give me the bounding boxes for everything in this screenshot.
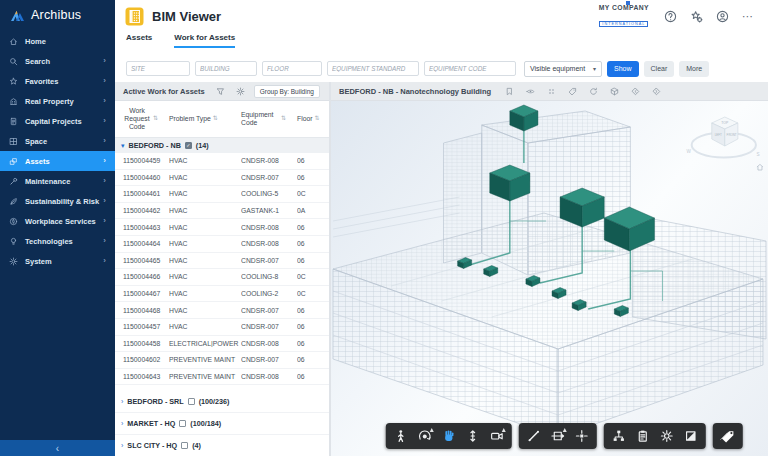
tab-assets[interactable]: Assets (126, 33, 152, 48)
refresh-icon[interactable] (589, 87, 598, 96)
viewer-bottom-toolbar (385, 423, 742, 449)
filter-input-site[interactable] (126, 61, 190, 76)
chevron-collapsed-icon: › (121, 398, 123, 405)
view-cube[interactable]: TOP LEFT FRONT W S (686, 117, 763, 170)
viewer-title: BEDFORD - NB - Nanotechnology Building (339, 87, 491, 96)
group-row-bedford-srl[interactable]: ›BEDFORD - SRL(100/236) (115, 391, 329, 413)
settings-icon[interactable] (236, 87, 245, 96)
clear-button[interactable]: Clear (644, 61, 675, 77)
bim-3d-scene[interactable]: TOP LEFT FRONT W S (331, 101, 768, 456)
table-row[interactable]: 1150004462HVACGASTANK-10A (115, 203, 329, 220)
viewcube-south-label[interactable]: S (756, 152, 759, 157)
3d-viewport[interactable]: TOP LEFT FRONT W S (331, 101, 768, 456)
measure-tool-button[interactable] (521, 425, 545, 447)
sidebar-item-workplace-services[interactable]: Workplace Services› (0, 211, 115, 231)
group-checkbox[interactable] (181, 442, 188, 449)
sidebar-item-maintenance[interactable]: Maintenance› (0, 171, 115, 191)
column-header-equipment-code[interactable]: Equipment Code⇅ (241, 111, 297, 127)
table-row[interactable]: 1150004465HVACCNDSR-00706 (115, 253, 329, 270)
column-header-work-request-code[interactable]: Work Request Code⇅ (123, 107, 169, 131)
table-row[interactable]: 1150004461HVACCOOLING-50C (115, 186, 329, 203)
home-icon (9, 37, 18, 46)
tag-tool-button[interactable] (715, 425, 739, 447)
tree-tool-button[interactable] (606, 425, 630, 447)
sidebar-collapse-button[interactable]: ‹ (0, 440, 115, 456)
more-menu-icon[interactable]: ⋯ (742, 11, 754, 22)
group-checkbox[interactable] (179, 420, 186, 427)
explode-tool-button[interactable] (569, 425, 593, 447)
table-row[interactable]: 1150004602PREVENTIVE MAINTCNDSR-00706 (115, 352, 329, 369)
dots-icon[interactable] (547, 87, 556, 96)
sidebar-item-real-property[interactable]: Real Property› (0, 91, 115, 111)
sidebar-item-sustainability-risk[interactable]: Sustainability & Risk› (0, 191, 115, 211)
sort-icon[interactable]: ⇅ (153, 115, 158, 122)
table-row[interactable]: 1150004643PREVENTIVE MAINTCNDSR-00806 (115, 369, 329, 386)
group-count: (100/184) (190, 419, 221, 428)
table-row[interactable]: 1150004459HVACCNDSR-00806 (115, 153, 329, 170)
nav-prev-icon[interactable] (631, 87, 640, 96)
sort-icon[interactable]: ⇅ (315, 115, 320, 122)
walk-tool-button[interactable] (388, 425, 412, 447)
group-row-bedford-nb[interactable]: ▾ BEDFORD - NB ✓ (14) (115, 138, 329, 153)
column-header-floor[interactable]: Floor⇅ (297, 115, 323, 123)
filter-input-equipment-code[interactable] (424, 61, 516, 76)
filter-input-building[interactable] (195, 61, 257, 76)
viewcube-left-label[interactable]: LEFT (715, 133, 722, 137)
sidebar-item-assets[interactable]: Assets› (0, 151, 115, 171)
visible-equipment-select[interactable]: Visible equipment ▾ (524, 61, 602, 77)
gear-tool-button[interactable] (654, 425, 678, 447)
group-checkbox[interactable]: ✓ (185, 142, 192, 149)
group-row-market-hq[interactable]: ›MARKET - HQ(100/184) (115, 413, 329, 435)
sidebar-item-favorites[interactable]: Favorites› (0, 71, 115, 91)
problem-type-cell: HVAC (169, 273, 241, 280)
table-row[interactable]: 1150004467HVACCOOLING-20C (115, 286, 329, 303)
account-icon[interactable] (716, 10, 729, 23)
show-button[interactable]: Show (607, 61, 639, 77)
clipboard-tool-button[interactable] (630, 425, 654, 447)
nav-next-icon[interactable] (652, 87, 661, 96)
sidebar-item-home[interactable]: Home (0, 31, 115, 51)
table-row[interactable]: 1150004457HVACCNDSR-00706 (115, 319, 329, 336)
group-checkbox[interactable] (188, 398, 195, 405)
sidebar-item-search[interactable]: Search› (0, 51, 115, 71)
column-header-problem-type[interactable]: Problem Type⇅ (169, 115, 241, 123)
filter-icon[interactable] (216, 87, 225, 96)
brand-logo[interactable]: Archibus (0, 0, 115, 31)
sidebar-item-system[interactable]: System› (0, 251, 115, 271)
table-row[interactable]: 1150004466HVACCOOLING-80C (115, 269, 329, 286)
viewcube-home-icon[interactable] (757, 164, 763, 170)
sort-icon[interactable]: ⇅ (213, 115, 218, 122)
sidebar-item-capital-projects[interactable]: Capital Projects› (0, 111, 115, 131)
updown-tool-button[interactable] (460, 425, 484, 447)
contrast-tool-button[interactable] (678, 425, 702, 447)
company-name: MY COMPANY (599, 4, 649, 11)
tag-sm-icon[interactable] (568, 87, 577, 96)
filter-input-floor[interactable] (262, 61, 322, 76)
sidebar-item-space[interactable]: Space› (0, 131, 115, 151)
group-row-slc-city-hq[interactable]: ›SLC CITY - HQ(4) (115, 435, 329, 456)
hand-tool-button[interactable] (436, 425, 460, 447)
equipment-code-cell: COOLING-2 (241, 290, 297, 297)
table-row[interactable]: 1150004468HVACCNDSR-00706 (115, 302, 329, 319)
star-settings-icon[interactable] (690, 10, 703, 23)
eye-icon[interactable] (526, 87, 535, 96)
sidebar-item-technologies[interactable]: Technologies› (0, 231, 115, 251)
table-row[interactable]: 1150004460HVACCNDSR-00706 (115, 170, 329, 187)
group-by-button[interactable]: Group By: Building (254, 85, 320, 98)
more-button[interactable]: More (679, 61, 709, 77)
tab-work-for-assets[interactable]: Work for Assets (174, 33, 235, 48)
viewcube-top-label[interactable]: TOP (721, 122, 729, 126)
orbit-tool-button[interactable] (412, 425, 436, 447)
filter-input-equipment-standard[interactable] (327, 61, 419, 76)
viewcube-front-label[interactable]: FRONT (727, 134, 737, 138)
bookmark-icon[interactable] (505, 87, 514, 96)
table-row[interactable]: 1150004463HVACCNDSR-00806 (115, 219, 329, 236)
table-row[interactable]: 1150004464HVACCNDSR-00806 (115, 236, 329, 253)
section-tool-button[interactable] (545, 425, 569, 447)
sort-icon[interactable]: ⇅ (281, 115, 286, 122)
cube-icon[interactable] (610, 87, 619, 96)
camera-tool-button[interactable] (484, 425, 508, 447)
table-row[interactable]: 1150004458ELECTRICAL|POWERCNDSR-00806 (115, 336, 329, 353)
viewcube-west-label[interactable]: W (686, 149, 691, 154)
help-icon[interactable] (664, 10, 677, 23)
